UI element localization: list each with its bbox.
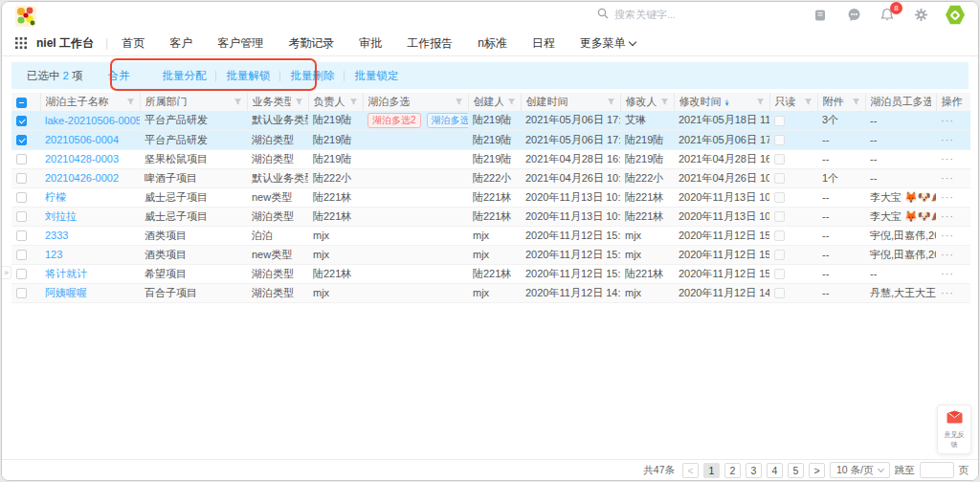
batch-action-button[interactable]: 批量删除 [280, 69, 344, 83]
filter-icon[interactable] [603, 98, 615, 106]
row-checkbox[interactable] [16, 211, 27, 222]
search-input[interactable] [614, 9, 758, 20]
nav-item-工作报告[interactable]: 工作报告 [407, 35, 453, 52]
notebook-icon[interactable] [812, 7, 829, 24]
row-actions-button[interactable]: ··· [941, 210, 954, 222]
row-actions-button[interactable]: ··· [941, 230, 954, 241]
gear-icon[interactable] [912, 7, 929, 24]
cell-tags [363, 168, 468, 187]
row-checkbox[interactable] [16, 116, 27, 126]
nav-item-n标准[interactable]: n标准 [478, 35, 507, 52]
filter-icon[interactable] [848, 98, 860, 106]
row-checkbox[interactable] [16, 269, 27, 279]
table-row[interactable]: 20210506-0004平台产品研发湖泊类型陆219陆陆219陆2021年05… [11, 130, 970, 149]
cell-modified: 2020年11月12日 15:25 [674, 245, 769, 264]
record-link[interactable]: 20210428-0003 [45, 153, 119, 164]
record-link[interactable]: 将计就计 [45, 268, 87, 279]
chat-icon[interactable] [845, 7, 862, 24]
row-actions-button[interactable]: ··· [941, 287, 954, 298]
filter-icon[interactable] [122, 98, 135, 106]
row-actions-button[interactable]: ··· [941, 191, 954, 203]
record-link[interactable]: 20210426-0002 [45, 172, 119, 184]
table-row[interactable]: 123酒类项目new类型mjxmjx2020年11月12日 15:25mjx20… [11, 245, 970, 264]
row-checkbox[interactable] [16, 135, 27, 145]
cell-owner: 陆221林 [308, 187, 363, 207]
cell-owner: 陆219陆 [308, 111, 363, 130]
row-checkbox[interactable] [16, 173, 27, 184]
panel-expand-handle[interactable]: » [2, 266, 11, 279]
app-logo[interactable] [15, 6, 36, 27]
nav-item-考勤记录[interactable]: 考勤记录 [288, 35, 334, 52]
workspace-title[interactable]: niel 工作台 [36, 35, 94, 52]
select-all-checkbox[interactable] [16, 98, 27, 108]
merge-button[interactable]: 合并 [107, 69, 129, 83]
row-actions-button[interactable]: ··· [941, 115, 954, 126]
table-row[interactable]: 2333酒类项目泊泊mjxmjx2020年11月12日 15:25mjx2020… [11, 226, 970, 245]
readonly-checkbox [774, 116, 785, 126]
row-actions-button[interactable]: ··· [941, 153, 954, 164]
cell-staff: -- [865, 130, 936, 149]
nav-item-客户[interactable]: 客户 [169, 35, 192, 52]
readonly-checkbox [774, 135, 785, 145]
column-header-creator: 创建人 [468, 93, 521, 111]
table-row[interactable]: 将计就计希望项目湖泊类型陆221林陆221林2020年11月12日 15:15陆… [11, 264, 970, 283]
record-link[interactable]: 123 [45, 249, 62, 260]
row-actions-button[interactable]: ··· [941, 172, 954, 184]
cell-dept: 啤酒子项目 [140, 168, 247, 187]
record-link[interactable]: 刘拉拉 [45, 210, 77, 222]
row-actions-button[interactable]: ··· [941, 268, 954, 279]
batch-action-button[interactable]: 批量锁定 [345, 69, 408, 83]
row-checkbox[interactable] [16, 288, 27, 298]
cell-readonly [769, 226, 817, 245]
row-actions-button[interactable]: ··· [941, 249, 954, 260]
prev-page-button[interactable]: < [682, 463, 699, 478]
row-checkbox[interactable] [16, 230, 27, 241]
row-checkbox[interactable] [16, 192, 27, 203]
table-row[interactable]: 20210426-0002啤酒子项目默认业务类型陆222小陆222小2021年0… [11, 168, 970, 187]
table-row[interactable]: 刘拉拉威士忌子项目湖泊类型陆221林陆221林2020年11月13日 10:30… [11, 207, 970, 226]
batch-action-button[interactable]: 批量分配 [152, 69, 215, 83]
app-window: 8 niel 工作台 | 首页客户客户管理考勤记录审批工作报告n标准日程 更多菜… [1, 1, 979, 481]
apps-grid-icon[interactable] [15, 37, 27, 49]
filter-icon[interactable] [451, 98, 463, 106]
filter-icon[interactable] [657, 98, 669, 106]
page-button-2[interactable]: 2 [724, 463, 741, 478]
record-link[interactable]: 20210506-0004 [45, 134, 119, 145]
page-size-select[interactable]: 10 条/页 [830, 462, 890, 478]
cell-modifier: 陆221林 [620, 264, 674, 283]
nav-item-客户管理[interactable]: 客户管理 [217, 35, 263, 52]
page-button-4[interactable]: 4 [767, 463, 783, 478]
sort-icon[interactable]: ▲▼ [724, 99, 730, 106]
row-actions-button[interactable]: ··· [941, 134, 954, 145]
page-button-3[interactable]: 3 [746, 463, 762, 478]
row-checkbox[interactable] [16, 250, 27, 260]
nav-item-审批[interactable]: 审批 [359, 35, 382, 52]
record-link[interactable]: lake-20210506-0005 [45, 115, 140, 126]
table-row[interactable]: 20210428-0003坚果松鼠项目湖泊类型陆219陆陆219陆2021年04… [11, 149, 970, 168]
record-link[interactable]: 柠檬 [45, 191, 66, 203]
user-avatar[interactable] [946, 5, 965, 25]
table-row[interactable]: 柠檬威士忌子项目new类型陆221林陆221林2020年11月13日 10:31… [11, 187, 970, 207]
record-link[interactable]: 阿姨喔喔 [45, 287, 87, 298]
nav-item-日程[interactable]: 日程 [532, 35, 555, 52]
next-page-button[interactable]: > [809, 463, 825, 478]
filter-icon[interactable] [800, 98, 813, 106]
filter-icon[interactable] [345, 98, 358, 106]
more-menu[interactable]: 更多菜单 [580, 35, 635, 52]
cell-owner: 陆219陆 [308, 130, 363, 149]
page-button-1[interactable]: 1 [703, 463, 720, 478]
row-checkbox[interactable] [16, 154, 27, 164]
feedback-button[interactable]: 意见反馈 [937, 405, 971, 454]
batch-action-button[interactable]: 批量解锁 [216, 69, 279, 83]
table-row[interactable]: lake-20210506-0005平台产品研发默认业务类型陆219陆湖泊多选2… [11, 111, 970, 130]
nav-item-首页[interactable]: 首页 [122, 35, 145, 52]
filter-icon[interactable] [291, 98, 303, 106]
filter-icon[interactable] [503, 98, 516, 106]
filter-icon[interactable] [230, 98, 242, 106]
table-row[interactable]: 阿姨喔喔百合子项目湖泊类型mjxmjx2020年11月12日 14:38mjx2… [11, 283, 970, 302]
filter-icon[interactable] [752, 98, 765, 106]
jump-page-input[interactable] [920, 462, 954, 478]
bell-icon[interactable]: 8 [879, 7, 896, 24]
record-link[interactable]: 2333 [45, 230, 68, 241]
page-button-5[interactable]: 5 [788, 463, 804, 478]
